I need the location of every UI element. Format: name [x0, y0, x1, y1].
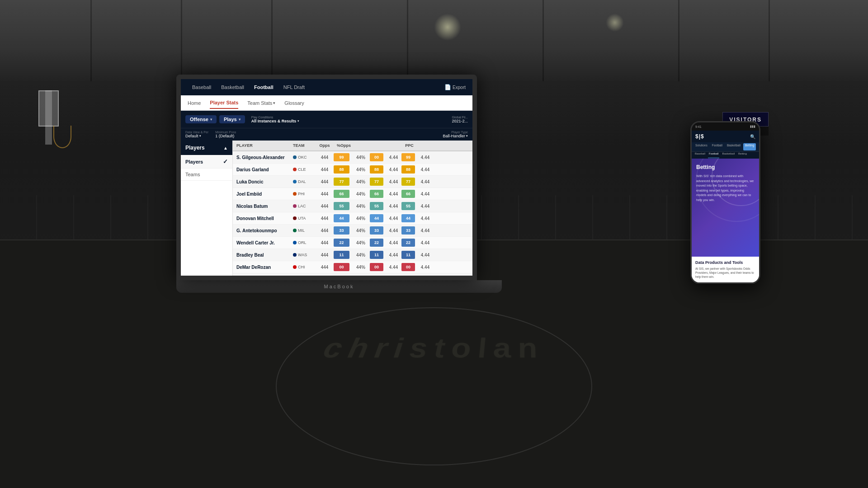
- backboard: [38, 90, 59, 127]
- pctopps-badge: 66: [370, 190, 383, 198]
- laptop: Baseball Basketball Football NFL Draft 📄…: [176, 75, 502, 300]
- phone: 9:41 ▮▮▮ $|$ 🔍 Solutions Football Basket…: [690, 121, 760, 284]
- table-row[interactable]: DeMar DeRozan CHI 444 00 44% 00 4.44 00: [233, 261, 472, 273]
- phone-tab-solutions[interactable]: Solutions: [693, 143, 709, 150]
- ppc-badge: 00: [401, 263, 415, 271]
- col-header-pctopps: %Opps: [334, 143, 354, 148]
- table-row[interactable]: Joel Embiid PHI 444 66 44% 66 4.44 66 4: [233, 188, 472, 200]
- opps-col: 444: [316, 228, 334, 233]
- phone-tab-football[interactable]: Football: [710, 143, 724, 150]
- data-view-filter[interactable]: Data View & Per Default ▾: [185, 131, 208, 138]
- team-icon: [293, 168, 297, 171]
- opps-col: 444: [316, 204, 334, 209]
- opps-badge: 55: [334, 202, 349, 210]
- sidebar-header[interactable]: Players ▲: [181, 141, 232, 155]
- phone-tab-basketball[interactable]: Basketball: [725, 143, 742, 150]
- opps-badge: 00: [334, 263, 349, 271]
- pctopps-col: 44%: [349, 253, 370, 258]
- pctopps-col: 44%: [349, 192, 370, 197]
- ppc-badge: 88: [401, 165, 415, 174]
- export-btn[interactable]: 📄 Export: [444, 84, 466, 90]
- ppc-col: 4.44: [383, 240, 401, 245]
- opps-badge: 88: [334, 165, 349, 174]
- table-row[interactable]: Bradley Beal WAS 444 11 44% 11 4.44 11: [233, 249, 472, 261]
- ceiling-beam: [678, 0, 679, 81]
- table-row[interactable]: S. Gilgeous-Alexander OKC 444 99 44% 00 …: [233, 151, 472, 164]
- sub-nav-glossary[interactable]: Glossary: [284, 98, 304, 108]
- team-icon: [293, 155, 297, 159]
- team-col: OKC: [293, 155, 316, 160]
- sidebar-toggle-icon: ▲: [223, 145, 228, 150]
- team-col: DAL: [293, 179, 316, 184]
- phone-sport-football[interactable]: Football: [708, 152, 719, 158]
- phone-nav-bar: $|$ 🔍: [692, 131, 759, 142]
- opps-col: 444: [316, 167, 334, 172]
- opps-col: 444: [316, 179, 334, 184]
- opps-col: 444: [316, 192, 334, 197]
- ppc-col: 4.44: [383, 204, 401, 209]
- ceiling-beam: [271, 0, 273, 81]
- basketball-hoop: [53, 126, 71, 148]
- table-row[interactable]: G. Antetokounmpo MIL 444 33 44% 33 4.44 …: [233, 225, 472, 237]
- check-icon: ✓: [223, 158, 228, 165]
- pctopps-badge: 55: [370, 202, 383, 210]
- opps-col: 444: [316, 216, 334, 221]
- min-poss-filter[interactable]: Minimum Poss 1 (Default): [215, 131, 236, 138]
- sidebar-item-players[interactable]: Players ✓: [181, 155, 232, 169]
- player-name: Donovan Mitchell: [236, 216, 293, 221]
- phone-search-icon[interactable]: 🔍: [750, 134, 755, 139]
- team-col: LAC: [293, 204, 316, 208]
- plays-filter[interactable]: Plays ▾: [219, 115, 245, 123]
- pctopps-col: 44%: [349, 155, 370, 160]
- pctopps-badge: 22: [370, 239, 383, 247]
- phone-battery-icon: ▮▮▮: [750, 125, 755, 128]
- player-type-arrow-icon: ▾: [466, 134, 468, 138]
- table-row[interactable]: Darius Garland CLE 444 88 44% 88 4.44 88: [233, 164, 472, 176]
- phone-tab-betting[interactable]: Betting: [743, 143, 756, 150]
- table-row[interactable]: Wendell Carter Jr. ORL 444 22 44% 22 4.4…: [233, 237, 472, 249]
- team-icon: [293, 216, 297, 220]
- opps-badge: 11: [334, 251, 349, 259]
- sidebar-item-teams[interactable]: Teams: [181, 169, 232, 181]
- data-products-title: Data Products and Tools: [695, 260, 755, 265]
- expppc-col: 4.44: [415, 204, 433, 209]
- nav-baseball[interactable]: Baseball: [188, 82, 216, 93]
- offense-filter[interactable]: Offense ▾: [185, 115, 217, 123]
- sub-nav-player-stats[interactable]: Player Stats: [210, 97, 238, 109]
- opps-badge: 33: [334, 226, 349, 235]
- pctopps-badge: 88: [370, 165, 383, 174]
- ppc-badge: 11: [401, 251, 415, 259]
- phone-sport-baseball[interactable]: Baseball: [694, 152, 706, 158]
- phone-sport-basketball[interactable]: Basketball: [721, 152, 736, 158]
- table-row[interactable]: Nicolas Batum LAC 444 55 44% 55 4.44 55: [233, 200, 472, 212]
- opps-badge: 22: [334, 239, 349, 247]
- table-row[interactable]: Donovan Mitchell UTA 444 44 44% 44 4.44 …: [233, 212, 472, 225]
- table-row[interactable]: Luka Doncic DAL 444 77 44% 77 4.44 77 4: [233, 176, 472, 188]
- player-type-filter[interactable]: Player Type Ball-Handler ▾: [443, 131, 468, 138]
- pctopps-col: 44%: [349, 228, 370, 233]
- sidebar: Players ▲ Players ✓ Teams: [181, 141, 233, 276]
- opps-col: 444: [316, 253, 334, 258]
- nav-nfl-draft[interactable]: NFL Draft: [279, 82, 309, 93]
- ceiling-beam: [90, 0, 92, 81]
- team-col: WAS: [293, 253, 316, 257]
- phone-top-tabs: Solutions Football Basketball Betting: [692, 142, 759, 151]
- ceiling: [0, 0, 868, 81]
- sub-nav-team-stats[interactable]: Team Stats ▾: [247, 98, 275, 108]
- global-filter[interactable]: Global Fil... 2021-2...: [452, 116, 468, 123]
- offense-dropdown-icon: ▾: [210, 117, 212, 122]
- nav-basketball[interactable]: Basketball: [217, 82, 249, 93]
- phone-app: $|$ 🔍 Solutions Football Basketball Bett…: [692, 131, 759, 282]
- player-name: Nicolas Batum: [236, 204, 293, 209]
- pctopps-badge: 44: [370, 214, 383, 222]
- pctopps-badge: 33: [370, 226, 383, 235]
- phone-sport-betting[interactable]: Betting: [737, 152, 748, 158]
- team-icon: [293, 253, 297, 257]
- sub-nav-home[interactable]: Home: [188, 98, 201, 108]
- ppc-badge: 55: [401, 202, 415, 210]
- play-conditions-filter[interactable]: Play Conditions All Instances & Results …: [251, 116, 300, 123]
- team-col: ORL: [293, 240, 316, 245]
- ppc-col: 4.44: [383, 155, 401, 160]
- col-header-opps: Opps: [316, 143, 334, 148]
- nav-football[interactable]: Football: [250, 82, 278, 93]
